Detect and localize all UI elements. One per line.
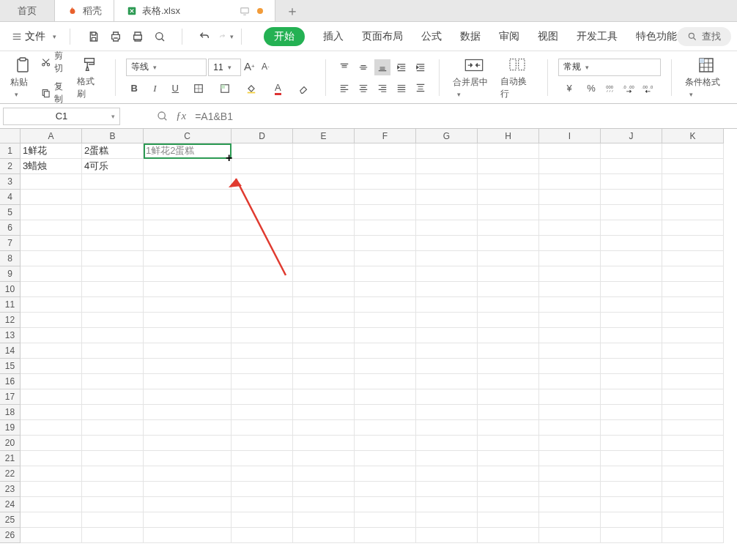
cell[interactable]: [144, 343, 232, 359]
cell[interactable]: [144, 451, 232, 466]
cell[interactable]: [293, 359, 355, 374]
cell[interactable]: [355, 512, 416, 528]
cell[interactable]: [416, 466, 478, 482]
new-tab-button[interactable]: ＋: [275, 0, 309, 21]
cell[interactable]: [478, 343, 539, 359]
cell[interactable]: [144, 374, 232, 389]
cell[interactable]: [21, 497, 82, 512]
cell[interactable]: [355, 374, 416, 389]
row-header[interactable]: 3: [0, 174, 21, 190]
font-color-button[interactable]: A: [267, 81, 289, 97]
cell[interactable]: [539, 374, 601, 389]
cell[interactable]: [478, 359, 539, 374]
cell[interactable]: [478, 220, 539, 236]
row-header[interactable]: 21: [0, 451, 21, 466]
distribute-button[interactable]: [412, 80, 429, 96]
cell[interactable]: [416, 405, 478, 420]
cell[interactable]: [293, 236, 355, 251]
tab-shell[interactable]: 稻壳: [55, 0, 114, 21]
cell[interactable]: [478, 313, 539, 328]
row-header[interactable]: 11: [0, 297, 21, 313]
clear-format-button[interactable]: [293, 81, 315, 97]
cell[interactable]: [355, 266, 416, 282]
increase-decimal-button[interactable]: .0.00: [621, 81, 637, 97]
cell[interactable]: [82, 405, 144, 420]
cell[interactable]: [539, 482, 601, 497]
cell[interactable]: [601, 497, 662, 512]
cell[interactable]: [144, 512, 232, 528]
cell[interactable]: [601, 174, 662, 190]
cell[interactable]: [539, 174, 601, 190]
cell[interactable]: [601, 220, 662, 236]
cell[interactable]: [355, 205, 416, 220]
cell[interactable]: [144, 297, 232, 313]
cell[interactable]: [355, 297, 416, 313]
cell[interactable]: [355, 236, 416, 251]
ribbon-tab-formula[interactable]: 公式: [421, 30, 442, 43]
cell[interactable]: [662, 436, 724, 451]
zoom-formula-icon[interactable]: [157, 111, 168, 122]
cell[interactable]: [355, 482, 416, 497]
currency-button[interactable]: ¥: [558, 81, 580, 97]
cell[interactable]: [82, 266, 144, 282]
cell[interactable]: [144, 236, 232, 251]
cell[interactable]: [144, 528, 232, 543]
cell[interactable]: [293, 420, 355, 436]
cell[interactable]: [662, 528, 724, 543]
cell[interactable]: [355, 159, 416, 174]
column-header[interactable]: H: [478, 129, 539, 143]
cell[interactable]: [601, 143, 662, 159]
cell[interactable]: [232, 236, 293, 251]
cell[interactable]: [21, 266, 82, 282]
cell[interactable]: [601, 451, 662, 466]
cell[interactable]: [601, 328, 662, 343]
cell[interactable]: [21, 420, 82, 436]
cell[interactable]: [478, 528, 539, 543]
cell[interactable]: [662, 374, 724, 389]
ribbon-tab-start[interactable]: 开始: [264, 27, 305, 46]
cell[interactable]: [293, 512, 355, 528]
cell[interactable]: [355, 389, 416, 405]
cell[interactable]: [539, 282, 601, 297]
cell[interactable]: [82, 512, 144, 528]
cell[interactable]: [662, 143, 724, 159]
cell[interactable]: [355, 313, 416, 328]
cell[interactable]: [232, 313, 293, 328]
cell[interactable]: [601, 482, 662, 497]
row-header[interactable]: 22: [0, 466, 21, 482]
align-bottom-button[interactable]: [374, 59, 390, 75]
cell[interactable]: [232, 159, 293, 174]
row-header[interactable]: 20: [0, 436, 21, 451]
cell[interactable]: [662, 266, 724, 282]
cell[interactable]: [478, 251, 539, 266]
cell[interactable]: [355, 343, 416, 359]
cell[interactable]: [478, 436, 539, 451]
font-size-select[interactable]: 11: [208, 59, 241, 76]
column-header[interactable]: A: [21, 129, 82, 143]
cell[interactable]: [539, 405, 601, 420]
cell[interactable]: [662, 466, 724, 482]
cell[interactable]: [539, 220, 601, 236]
cell[interactable]: [355, 190, 416, 205]
cell[interactable]: [232, 420, 293, 436]
format-painter-button[interactable]: 格式刷: [74, 55, 105, 100]
cell[interactable]: [601, 159, 662, 174]
cell[interactable]: [601, 528, 662, 543]
cell[interactable]: [82, 482, 144, 497]
cell[interactable]: [82, 251, 144, 266]
cell[interactable]: [539, 251, 601, 266]
italic-button[interactable]: I: [147, 81, 163, 97]
cell[interactable]: [21, 343, 82, 359]
cell[interactable]: [82, 420, 144, 436]
cell[interactable]: [144, 159, 232, 174]
decrease-font-button[interactable]: A-: [257, 59, 273, 75]
formula-input[interactable]: =A1&B1: [195, 108, 737, 125]
cell[interactable]: [82, 205, 144, 220]
ribbon-tab-dev[interactable]: 开发工具: [577, 30, 618, 43]
cell[interactable]: [21, 190, 82, 205]
cell[interactable]: [293, 343, 355, 359]
conditional-format-button[interactable]: 条件格式: [682, 56, 730, 99]
cell[interactable]: [662, 297, 724, 313]
cell[interactable]: [539, 420, 601, 436]
cell[interactable]: [82, 343, 144, 359]
